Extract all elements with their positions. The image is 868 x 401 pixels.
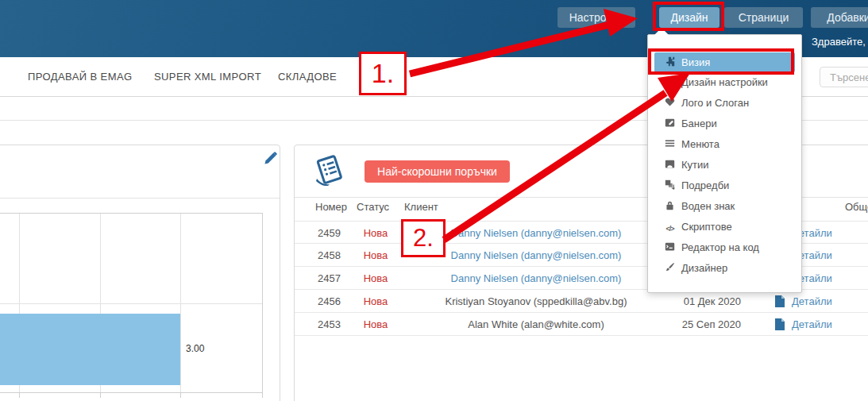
menu-item-design-settings[interactable]: Дизайн настройки bbox=[648, 72, 801, 93]
puzzle-icon bbox=[664, 53, 676, 73]
menu-item-logo-slogan[interactable]: Лого и Слоган bbox=[648, 93, 801, 114]
chart-card: 3.00 bbox=[0, 145, 280, 401]
dropdown-caret bbox=[654, 28, 669, 35]
order-client: Kristiyan Stoyanov (sppedkilla@abv.bg) bbox=[409, 290, 663, 313]
document-icon[interactable] bbox=[775, 318, 785, 331]
topbar-button-pages[interactable]: Страници bbox=[724, 7, 803, 28]
nav-item-sell-in-emag[interactable]: ПРОДАВАЙ В EMAG bbox=[28, 57, 132, 97]
nav-item-super-xml-import[interactable]: SUPER XML IMPORT bbox=[154, 57, 261, 97]
menu-item-scripts[interactable]: </>Скриптове bbox=[648, 217, 801, 237]
axis-tick bbox=[19, 393, 20, 398]
order-client-link[interactable]: Danny Nielsen (danny@nielsen.com) bbox=[409, 267, 663, 290]
bar-value-3[interactable] bbox=[0, 314, 180, 385]
menu-list-icon bbox=[664, 135, 676, 156]
order-details-link[interactable]: Детайли bbox=[792, 313, 832, 336]
menu-item-menus[interactable]: Менюта bbox=[648, 134, 801, 155]
recent-orders-button[interactable]: Най-скорошни поръчки bbox=[365, 160, 510, 183]
window-icon bbox=[664, 156, 676, 176]
design-dropdown-menu: Визия Дизайн настройки Лого и Слоган Бан… bbox=[647, 34, 802, 293]
order-client-link[interactable]: Danny Nielsen (danny@nielsen.com) bbox=[409, 222, 663, 245]
nav-item-warehouses[interactable]: СКЛАДОВЕ bbox=[278, 57, 337, 97]
topbar-button-settings[interactable]: Настройки bbox=[557, 7, 635, 28]
axis-tick bbox=[100, 393, 101, 398]
x-axis bbox=[0, 392, 262, 393]
horizontal-bar-chart: 3.00 bbox=[0, 213, 263, 395]
order-status: Нова bbox=[357, 267, 394, 290]
order-details-link[interactable]: Детайли bbox=[792, 290, 832, 313]
topbar-button-addons[interactable]: Добавки bbox=[811, 7, 868, 28]
terminal-icon bbox=[664, 238, 676, 259]
image-icon bbox=[664, 114, 676, 135]
column-header-client: Клиент bbox=[404, 201, 438, 213]
layers-sort-icon bbox=[664, 176, 676, 197]
order-date: 25 Сеп 2020 bbox=[644, 313, 741, 336]
edit-pencil-icon[interactable] bbox=[263, 152, 277, 166]
table-row: 2453 Нова Alan White (alan@white.com) 25… bbox=[295, 313, 868, 336]
order-number: 2459 bbox=[318, 222, 341, 245]
table-row: 2456 Нова Kristiyan Stoyanov (sppedkilla… bbox=[295, 290, 868, 313]
menu-item-designer[interactable]: Дизайнер bbox=[648, 258, 801, 279]
order-status: Нова bbox=[357, 313, 394, 336]
code-icon: </> bbox=[664, 218, 676, 239]
menu-item-code-editor[interactable]: Редактор на код bbox=[648, 237, 801, 258]
menu-item-boxes[interactable]: Кутии bbox=[648, 155, 801, 175]
axis-tick bbox=[180, 393, 181, 398]
order-number: 2458 bbox=[318, 244, 341, 267]
invoice-icon bbox=[315, 154, 344, 189]
lock-icon bbox=[664, 197, 676, 218]
column-header-status: Статус bbox=[357, 201, 389, 213]
search-input[interactable] bbox=[820, 67, 868, 87]
document-icon[interactable] bbox=[775, 295, 785, 308]
menu-item-banners[interactable]: Банери bbox=[648, 114, 801, 134]
order-client: Alan White (alan@white.com) bbox=[409, 313, 663, 336]
menu-item-watermark[interactable]: Воден знак bbox=[648, 196, 801, 217]
order-number: 2456 bbox=[318, 290, 341, 313]
order-number: 2457 bbox=[318, 267, 341, 290]
bar-data-label: 3.00 bbox=[186, 343, 204, 354]
order-status: Нова bbox=[357, 290, 394, 313]
order-date: 01 Дек 2020 bbox=[644, 290, 741, 313]
card-header-divider bbox=[0, 198, 280, 199]
menu-item-vizia[interactable]: Визия bbox=[654, 52, 795, 72]
column-header-total: Общо bbox=[845, 201, 868, 213]
gridline bbox=[0, 303, 262, 304]
order-number: 2453 bbox=[318, 313, 341, 336]
paint-brush-icon bbox=[664, 73, 676, 94]
menu-item-sorting[interactable]: Подредби bbox=[648, 175, 801, 196]
order-status: Нова bbox=[357, 244, 394, 267]
column-header-number: Номер bbox=[315, 201, 347, 213]
axis-tick bbox=[262, 393, 263, 398]
brush-icon bbox=[664, 259, 676, 280]
order-status: Нова bbox=[357, 222, 394, 245]
order-client-link[interactable]: Danny Nielsen (danny@nielsen.com) bbox=[409, 244, 663, 267]
topbar-button-design[interactable]: Дизайн bbox=[659, 7, 719, 28]
greeting-text: Здравейте, bbox=[812, 36, 866, 48]
heart-icon bbox=[664, 94, 676, 114]
